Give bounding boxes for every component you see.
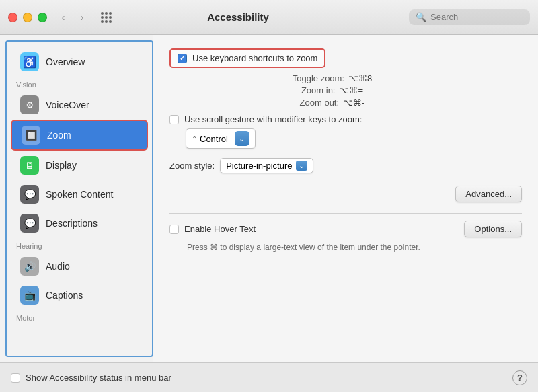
spoken-label: Spoken Content [46, 189, 113, 200]
help-button[interactable]: ? [512, 370, 527, 385]
descriptions-label: Descriptions [46, 218, 98, 229]
section-hearing: Hearing [7, 238, 152, 251]
zoom-style-row: Zoom style: Picture-in-picture ⌄ [169, 158, 522, 173]
search-input[interactable] [430, 12, 523, 22]
sidebar-item-captions[interactable]: 📺 Captions [11, 281, 148, 309]
zoom-style-value: Picture-in-picture [226, 161, 292, 171]
status-bar: Show Accessibility status in menu bar ? [0, 362, 538, 392]
titlebar: ‹ › Accessibility 🔍 [0, 0, 538, 35]
toggle-zoom-row: Toggle zoom: ⌥⌘8 [169, 73, 522, 83]
section-vision: Vision [7, 77, 152, 90]
section-motor: Motor [7, 310, 152, 323]
hover-text-hint: Press ⌘ to display a large-text view of … [187, 243, 522, 252]
content-panel: Use keyboard shortcuts to zoom Toggle zo… [153, 35, 538, 362]
zoom-out-label: Zoom out: [300, 97, 340, 108]
keyboard-shortcuts-section: Use keyboard shortcuts to zoom Toggle zo… [169, 48, 522, 108]
modifier-dropdown[interactable]: ⌃ Control ⌄ [186, 128, 256, 149]
hover-text-left: Enable Hover Text [169, 224, 464, 234]
zoom-style-label: Zoom style: [169, 161, 215, 171]
voiceover-icon: ⚙ [20, 95, 39, 114]
traffic-lights [8, 13, 47, 22]
search-icon: 🔍 [416, 12, 426, 22]
keyboard-shortcuts-checkbox[interactable] [178, 54, 187, 63]
descriptions-icon: 💬 [20, 214, 39, 233]
status-checkbox-row: Show Accessibility status in menu bar [11, 373, 512, 383]
sidebar-item-overview[interactable]: ♿ Overview [11, 48, 148, 76]
overview-icon: ♿ [20, 52, 39, 71]
zoom-style-dropdown[interactable]: Picture-in-picture ⌄ [220, 158, 313, 173]
modifier-dropdown-row: ⌃ Control ⌄ [186, 128, 522, 149]
captions-label: Captions [46, 290, 83, 301]
advanced-button-row: Advanced... [169, 186, 522, 202]
zoom-label: Zoom [47, 130, 71, 141]
captions-icon: 📺 [20, 286, 39, 305]
chevron-up-icon: ⌃ [192, 135, 197, 143]
status-checkbox[interactable] [11, 373, 20, 383]
hover-text-label: Enable Hover Text [184, 224, 256, 234]
sidebar-item-zoom[interactable]: 🔲 Zoom [11, 120, 148, 151]
search-box[interactable]: 🔍 [409, 9, 530, 25]
divider [169, 213, 522, 214]
window-title: Accessibility [67, 11, 409, 23]
toggle-zoom-label: Toggle zoom: [293, 73, 344, 83]
spoken-icon: 💬 [20, 185, 39, 204]
sidebar-item-voiceover[interactable]: ⚙ VoiceOver [11, 91, 148, 119]
voiceover-label: VoiceOver [46, 100, 89, 110]
zoom-in-key: ⌥⌘= [339, 85, 363, 95]
scroll-gesture-label: Use scroll gesture with modifier keys to… [184, 114, 362, 124]
scroll-gesture-checkbox[interactable] [169, 115, 179, 124]
audio-label: Audio [46, 261, 70, 272]
overview-label: Overview [46, 56, 85, 67]
close-button[interactable] [8, 13, 17, 22]
zoom-style-dropdown-arrow: ⌄ [296, 161, 307, 171]
sidebar-item-audio[interactable]: 🔊 Audio [11, 252, 148, 280]
zoom-in-label: Zoom in: [301, 85, 336, 95]
zoom-out-row: Zoom out: ⌥⌘- [169, 97, 522, 108]
zoom-out-key: ⌥⌘- [343, 97, 364, 108]
sidebar-item-descriptions[interactable]: 💬 Descriptions [11, 209, 148, 237]
zoom-icon: 🔲 [22, 126, 40, 145]
sidebar-item-spoken[interactable]: 💬 Spoken Content [11, 180, 148, 208]
hover-text-checkbox[interactable] [169, 225, 179, 234]
sidebar: ♿ Overview Vision ⚙ VoiceOver 🔲 Zoom 🖥 D… [5, 40, 153, 357]
dropdown-blue-arrow: ⌄ [235, 131, 249, 146]
main-area: ♿ Overview Vision ⚙ VoiceOver 🔲 Zoom 🖥 D… [0, 35, 538, 362]
toggle-zoom-key: ⌥⌘8 [348, 73, 372, 83]
modifier-value: Control [200, 134, 228, 144]
maximize-button[interactable] [38, 13, 47, 22]
keyboard-shortcuts-row: Use keyboard shortcuts to zoom [169, 48, 325, 68]
scroll-gesture-row: Use scroll gesture with modifier keys to… [169, 114, 522, 124]
keyboard-shortcuts-label: Use keyboard shortcuts to zoom [192, 53, 317, 63]
sidebar-item-display[interactable]: 🖥 Display [11, 151, 148, 180]
display-label: Display [46, 160, 77, 171]
zoom-in-row: Zoom in: ⌥⌘= [169, 85, 522, 95]
options-button[interactable]: Options... [464, 221, 522, 237]
minimize-button[interactable] [23, 13, 32, 22]
hover-text-row: Enable Hover Text Options... [169, 221, 522, 237]
audio-icon: 🔊 [20, 257, 39, 276]
display-icon: 🖥 [20, 156, 39, 175]
status-label: Show Accessibility status in menu bar [26, 373, 171, 383]
advanced-button[interactable]: Advanced... [455, 186, 522, 202]
